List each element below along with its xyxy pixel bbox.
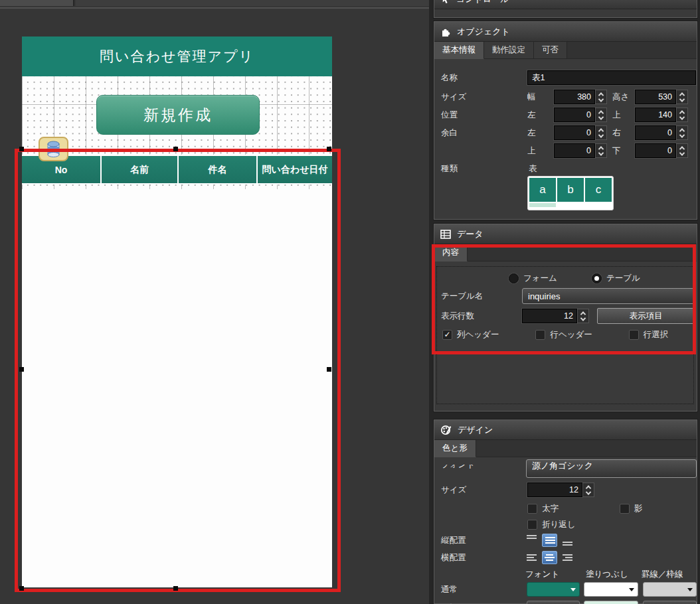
cursor-icon — [440, 0, 450, 4]
pos-left-input[interactable]: 0 — [554, 108, 595, 122]
row-font: フォント 源ノ角ゴシック — [434, 459, 697, 479]
resize-handle-top-center[interactable] — [173, 147, 178, 151]
height-label: 高さ — [607, 92, 635, 103]
pos-top-stepper[interactable] — [676, 108, 688, 122]
width-stepper[interactable] — [595, 90, 607, 104]
valign-label: 縦配置 — [434, 535, 524, 546]
form-title: 問い合わせ管理アプリ — [100, 47, 254, 66]
tab-basic-info[interactable]: 基本情報 — [434, 42, 484, 59]
panel-object-title: オブジェクト — [457, 26, 510, 38]
margin-right-input[interactable]: 0 — [635, 125, 676, 140]
normal-border-color-select[interactable] — [643, 582, 697, 597]
type-label: 種類 — [434, 163, 527, 175]
tab-color-shape[interactable]: 色と形 — [434, 440, 476, 457]
panel-data-title: データ — [457, 228, 483, 240]
pos-top-input[interactable]: 140 — [635, 108, 676, 122]
font-size-stepper[interactable] — [582, 483, 594, 497]
resize-handle-bottom-center[interactable] — [173, 586, 178, 591]
margin-top-stepper[interactable] — [595, 143, 607, 158]
margin-label: 余白 — [434, 127, 527, 139]
margin-top-input[interactable]: 0 — [554, 143, 595, 158]
column-header-fill: 塗りつぶし — [586, 569, 628, 580]
resize-handle-top-left[interactable] — [19, 147, 24, 151]
normal-fill-color-select[interactable] — [584, 582, 638, 597]
row-vertical-align: 縦配置 — [434, 532, 697, 549]
type-icon-cell-c: c — [585, 178, 612, 202]
valign-bottom-button[interactable] — [560, 534, 575, 547]
pos-left-stepper[interactable] — [595, 108, 607, 122]
panel-control-header[interactable]: コントロール — [434, 0, 697, 9]
puzzle-icon — [440, 27, 451, 37]
checkbox-shadow-label: 影 — [634, 503, 643, 514]
margin-bottom-label: 下 — [607, 145, 635, 157]
checkbox-wrap[interactable] — [527, 520, 537, 530]
page-tab[interactable] — [0, 0, 74, 6]
panel-control: コントロール — [434, 0, 697, 18]
row-margin-2: 上 0 下 0 — [434, 142, 697, 159]
checkbox-bold-label: 太字 — [542, 503, 559, 514]
new-create-label: 新規作成 — [143, 105, 213, 125]
table-grid-icon — [440, 230, 451, 239]
height-stepper[interactable] — [676, 90, 688, 104]
name-label: 名称 — [434, 72, 527, 84]
checkbox-shadow[interactable] — [620, 504, 630, 514]
margin-top-label: 上 — [527, 145, 554, 157]
design-tabs: 色と形 — [434, 440, 697, 457]
name-input[interactable]: 表1 — [527, 70, 696, 85]
checkbox-wrap-label: 折り返し — [542, 519, 576, 530]
panel-control-title: コントロール — [456, 0, 509, 5]
pos-top-label: 上 — [607, 110, 635, 121]
margin-left-stepper[interactable] — [595, 125, 607, 140]
panel-object: オブジェクト 基本情報 動作設定 可否 名称 表1 サイズ 幅 380 高さ 5… — [434, 21, 697, 220]
row-horizontal-align: 横配置 — [434, 549, 697, 566]
valign-top-button[interactable] — [524, 534, 539, 547]
row-type: 種類 表 — [434, 160, 697, 177]
row-bold-shadow: 太字 影 — [434, 500, 697, 517]
halign-left-button[interactable] — [524, 551, 539, 564]
normal-font-color-select[interactable] — [527, 582, 580, 597]
panel-design-header[interactable]: デザイン — [434, 420, 697, 440]
resize-handle-middle-left[interactable] — [19, 367, 24, 372]
row-font-size: サイズ 12 — [434, 481, 697, 498]
font-select[interactable]: 源ノ角ゴシック — [526, 459, 697, 478]
resize-handle-top-right[interactable] — [327, 147, 331, 151]
halign-center-button[interactable] — [542, 551, 557, 564]
panel-design: デザイン 色と形 フォント 源ノ角ゴシック サイズ 12 太字 影 折り返し 縦… — [434, 419, 697, 604]
margin-left-label: 左 — [527, 127, 554, 139]
height-input[interactable]: 530 — [635, 90, 676, 104]
type-icon-cell-a: a — [529, 178, 556, 202]
selected-fill-color-select[interactable] — [584, 601, 638, 604]
halign-label: 横配置 — [434, 552, 524, 564]
font-size-input[interactable]: 12 — [527, 483, 582, 497]
row-size: サイズ 幅 380 高さ 530 — [434, 88, 697, 106]
row-selected-colors: 選択 — [434, 599, 697, 604]
width-input[interactable]: 380 — [554, 90, 595, 104]
tab-enable[interactable]: 可否 — [534, 42, 567, 58]
table-type-icon: a b c — [527, 176, 614, 210]
width-label: 幅 — [527, 92, 554, 103]
font-label-clipped: フォント — [441, 465, 526, 473]
position-label: 位置 — [434, 110, 527, 121]
checkbox-bold[interactable] — [527, 504, 537, 514]
margin-right-stepper[interactable] — [676, 125, 688, 140]
object-tabs: 基本情報 動作設定 可否 — [434, 42, 697, 59]
selected-font-color-select[interactable] — [527, 601, 580, 604]
selected-border-color-select[interactable] — [643, 601, 697, 604]
margin-bottom-stepper[interactable] — [676, 143, 688, 158]
tab-behavior[interactable]: 動作設定 — [484, 42, 534, 58]
panel-object-header[interactable]: オブジェクト — [434, 22, 697, 42]
resize-handle-bottom-left[interactable] — [19, 586, 24, 591]
font-value: 源ノ角ゴシック — [532, 460, 594, 472]
new-create-button[interactable]: 新規作成 — [96, 95, 260, 135]
valign-middle-button[interactable] — [542, 534, 557, 547]
resize-handle-middle-right[interactable] — [327, 367, 331, 372]
margin-left-input[interactable]: 0 — [554, 125, 595, 140]
type-value: 表 — [527, 163, 537, 175]
normal-row-label: 通常 — [434, 584, 527, 595]
row-margin-1: 余白 左 0 右 0 — [434, 124, 697, 141]
margin-bottom-input[interactable]: 0 — [635, 143, 676, 158]
panel-data-header[interactable]: データ — [434, 224, 697, 244]
form-title-band[interactable]: 問い合わせ管理アプリ — [22, 37, 332, 76]
canvas-divider — [0, 7, 429, 9]
halign-right-button[interactable] — [560, 551, 575, 564]
